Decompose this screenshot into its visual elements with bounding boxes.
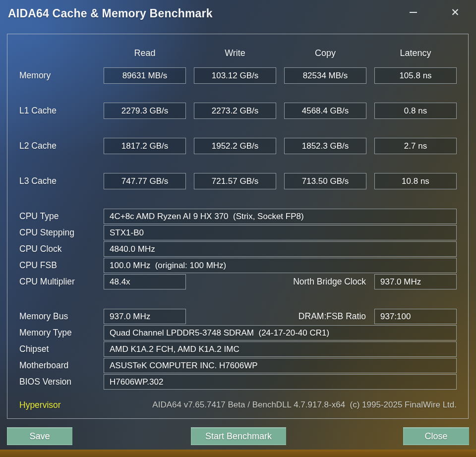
close-icon: ✕ xyxy=(451,6,460,18)
north-bridge-clock-label: North Bridge Clock xyxy=(194,274,366,289)
bios-version-value: H7606WP.302 xyxy=(104,374,457,390)
cpu-multiplier-value: 48.4x xyxy=(104,274,186,289)
minimize-icon xyxy=(410,12,417,13)
row-label-cpu-multiplier: CPU Multiplier xyxy=(19,274,75,289)
row-label-l1-cache: L1 Cache xyxy=(19,103,57,119)
minimize-button[interactable] xyxy=(402,3,424,22)
main-panel: Read Write Copy Latency Memory 89631 MB/… xyxy=(7,34,469,419)
row-label-memory-bus: Memory Bus xyxy=(19,309,68,324)
titlebar: AIDA64 Cache & Memory Benchmark ✕ xyxy=(0,0,476,28)
column-header-latency: Latency xyxy=(374,48,457,60)
memory-bus-value: 937.0 MHz xyxy=(104,309,186,324)
row-label-l2-cache: L2 Cache xyxy=(19,138,57,154)
dram-fsb-ratio-label: DRAM:FSB Ratio xyxy=(194,309,366,324)
l3-read-value: 747.77 GB/s xyxy=(104,173,186,189)
cpu-clock-value: 4840.0 MHz xyxy=(104,241,457,257)
version-text: AIDA64 v7.65.7417 Beta / BenchDLL 4.7.91… xyxy=(104,395,457,415)
memory-read-value: 89631 MB/s xyxy=(104,67,186,84)
column-header-write: Write xyxy=(194,48,276,60)
chipset-value: AMD K1A.2 FCH, AMD K1A.2 IMC xyxy=(104,342,457,357)
row-label-bios-version: BIOS Version xyxy=(19,374,71,390)
close-dialog-button[interactable]: Close xyxy=(403,427,469,445)
cpu-stepping-value: STX1-B0 xyxy=(104,225,457,240)
north-bridge-clock-value: 937.0 MHz xyxy=(374,274,457,289)
motherboard-value: ASUSTeK COMPUTER INC. H7606WP xyxy=(104,358,457,373)
close-button[interactable]: ✕ xyxy=(444,3,466,22)
save-button[interactable]: Save xyxy=(7,427,72,445)
l1-write-value: 2273.2 GB/s xyxy=(194,103,276,119)
l1-read-value: 2279.3 GB/s xyxy=(104,103,186,119)
l1-copy-value: 4568.4 GB/s xyxy=(284,103,366,119)
cpu-type-value: 4C+8c AMD Ryzen AI 9 HX 370 (Strix, Sock… xyxy=(104,209,457,224)
memory-type-value: Quad Channel LPDDR5-3748 SDRAM (24-17-20… xyxy=(104,325,457,341)
l1-latency-value: 0.8 ns xyxy=(374,103,457,119)
l2-read-value: 1817.2 GB/s xyxy=(104,138,186,154)
l2-copy-value: 1852.3 GB/s xyxy=(284,138,366,154)
l3-latency-value: 10.8 ns xyxy=(374,173,457,189)
l3-copy-value: 713.50 GB/s xyxy=(284,173,366,189)
dram-fsb-ratio-value: 937:100 xyxy=(374,309,457,324)
row-label-cpu-fsb: CPU FSB xyxy=(19,258,57,273)
memory-write-value: 103.12 GB/s xyxy=(194,67,276,84)
window-title: AIDA64 Cache & Memory Benchmark xyxy=(8,7,213,20)
l2-latency-value: 2.7 ns xyxy=(374,138,457,154)
l3-write-value: 721.57 GB/s xyxy=(194,173,276,189)
l2-write-value: 1952.2 GB/s xyxy=(194,138,276,154)
hypervisor-label: Hypervisor xyxy=(19,395,61,415)
row-label-memory-type: Memory Type xyxy=(19,325,72,341)
column-header-copy: Copy xyxy=(284,48,366,60)
memory-copy-value: 82534 MB/s xyxy=(284,67,366,84)
memory-latency-value: 105.8 ns xyxy=(374,67,457,84)
row-label-motherboard: Motherboard xyxy=(19,358,68,373)
row-label-cpu-clock: CPU Clock xyxy=(19,241,62,257)
row-label-chipset: Chipset xyxy=(19,342,49,357)
cpu-fsb-value: 100.0 MHz (original: 100 MHz) xyxy=(104,258,457,273)
row-label-cpu-type: CPU Type xyxy=(19,209,59,224)
row-label-memory: Memory xyxy=(19,67,51,84)
bottom-accent-bar xyxy=(0,450,476,457)
row-label-cpu-stepping: CPU Stepping xyxy=(19,225,74,240)
row-label-l3-cache: L3 Cache xyxy=(19,173,57,189)
column-header-read: Read xyxy=(104,48,186,60)
start-benchmark-button[interactable]: Start Benchmark xyxy=(191,427,286,445)
